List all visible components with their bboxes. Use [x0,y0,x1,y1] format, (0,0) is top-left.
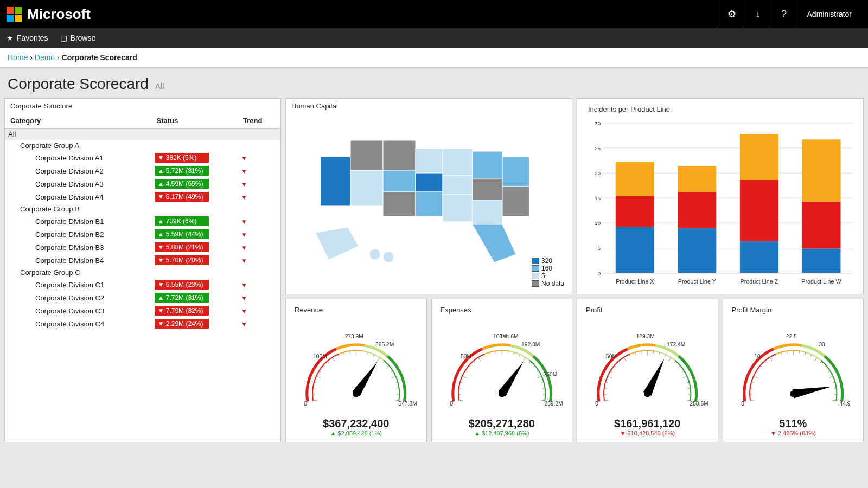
col-trend[interactable]: Trend [238,113,280,129]
division-name[interactable]: Corporate Division C3 [5,304,151,317]
division-name[interactable]: Corporate Division B2 [5,228,151,241]
svg-line-100 [523,357,525,361]
division-name[interactable]: Corporate Division C2 [5,291,151,304]
svg-text:Product Line Z: Product Line Z [741,278,778,285]
svg-rect-40 [678,192,716,228]
svg-line-131 [653,351,654,353]
division-name[interactable]: Corporate Division B4 [5,254,151,267]
gauge-value: $205,271,280 [435,418,569,430]
gauge-title: Profit Margin [726,303,860,317]
svg-line-129 [641,351,642,353]
group-row[interactable]: Corporate Group C [5,267,280,278]
microsoft-logo-icon [7,7,22,22]
svg-line-60 [333,357,335,361]
svg-line-74 [397,388,399,389]
group-row[interactable]: Corporate Group B [5,203,280,215]
legend-label: No data [541,280,564,287]
division-name[interactable]: Corporate Division A3 [5,177,151,190]
gauge-title: Profit [580,303,714,317]
incidents-bar-chart[interactable]: 051015202530Product Line XProduct Line Y… [583,117,858,290]
legend-swatch [532,280,539,287]
crumb-demo[interactable]: Demo [35,53,55,62]
svg-line-69 [383,361,385,363]
trend-icon [241,320,247,328]
trend-icon [241,155,247,162]
svg-point-176 [790,390,796,397]
nav-favorites[interactable]: ★Favorites [7,34,48,42]
svg-line-172 [834,388,836,389]
svg-line-136 [679,365,680,367]
status-badge: ▼ 2.29M (24%) [155,319,209,329]
svg-rect-10 [443,176,473,195]
col-category[interactable]: Category [5,113,151,129]
svg-text:0: 0 [450,401,453,407]
division-name[interactable]: Corporate Division B3 [5,241,151,254]
svg-point-78 [353,390,359,397]
nav-browse-label: Browse [71,34,96,42]
svg-rect-2 [350,170,383,206]
svg-line-122 [608,376,612,378]
svg-rect-44 [740,180,778,241]
gauge-delta: ▲ $12,487,968 (6%) [435,430,569,436]
division-name[interactable]: Corporate Division A1 [5,151,151,164]
nav-bar: ★Favorites ▢Browse [0,28,868,48]
svg-rect-15 [502,157,529,187]
svg-line-86 [458,388,461,389]
gauge-title: Expenses [435,303,569,317]
gauge-chart[interactable]: 0289.2M50M100M144.6M192.8M250M [435,317,569,415]
gauge-value: $367,232,400 [289,418,423,430]
usa-map[interactable] [310,113,548,276]
row-all[interactable]: All [5,129,280,140]
svg-line-91 [473,361,475,363]
help-button[interactable]: ? [771,0,797,28]
svg-line-106 [542,388,545,389]
gauge-chart[interactable]: 0547.8M100M273.9M365.2M [289,317,423,415]
svg-text:22.5: 22.5 [786,333,796,339]
division-name[interactable]: Corporate Division A2 [5,164,151,177]
svg-text:0: 0 [595,401,598,407]
division-name[interactable]: Corporate Division C4 [5,317,151,330]
svg-line-174 [832,400,836,401]
svg-text:100M: 100M [313,354,327,359]
status-badge: ▼ 5.88M (21%) [155,242,209,252]
svg-line-103 [537,371,538,372]
gauge-expenses: Expenses0289.2M50M100M144.6M192.8M250M$2… [431,299,573,442]
nav-browse[interactable]: ▢Browse [60,34,96,42]
svg-point-110 [499,390,505,397]
crumb-current: Corporate Scorecard [62,53,137,62]
svg-line-71 [391,371,393,372]
col-status[interactable]: Status [151,113,238,129]
division-name[interactable]: Corporate Division B1 [5,215,151,228]
download-button[interactable]: ↓ [745,0,771,28]
gauge-chart[interactable]: 044.91022.530 [726,317,860,415]
help-icon: ? [781,9,787,20]
division-name[interactable]: Corporate Division A4 [5,190,151,203]
group-row[interactable]: Corporate Group A [5,140,280,151]
settings-button[interactable]: ⚙ [719,0,745,28]
download-icon: ↓ [756,9,761,20]
status-badge: ▼ 7.79M (82%) [155,306,209,316]
human-capital-panel: Human Capital [285,98,572,294]
svg-rect-3 [383,140,416,170]
structure-table: Category Status Trend All Corporate Grou… [5,113,280,330]
trend-icon [241,244,247,252]
svg-line-126 [624,357,626,361]
svg-line-156 [760,365,762,367]
legend-swatch [532,258,539,264]
svg-text:129.3M: 129.3M [636,333,655,339]
crumb-sep: › [30,53,33,62]
svg-marker-17 [473,224,516,262]
svg-line-135 [674,361,676,363]
division-name[interactable]: Corporate Division C1 [5,278,151,291]
gauge-value: 511% [726,418,860,430]
svg-marker-175 [792,387,831,399]
svg-rect-14 [473,200,502,224]
gauge-delta: ▼ $10,428,540 (6%) [580,430,714,436]
svg-rect-36 [616,196,654,227]
gauge-delta: ▲ $2,059,428 (1%) [289,430,423,436]
gauge-chart[interactable]: 0258.6M50M129.3M172.4M [580,317,714,415]
legend-label: 160 [541,265,552,272]
crumb-home[interactable]: Home [8,53,28,62]
current-user[interactable]: Administrator [797,0,861,28]
svg-line-68 [377,357,379,361]
